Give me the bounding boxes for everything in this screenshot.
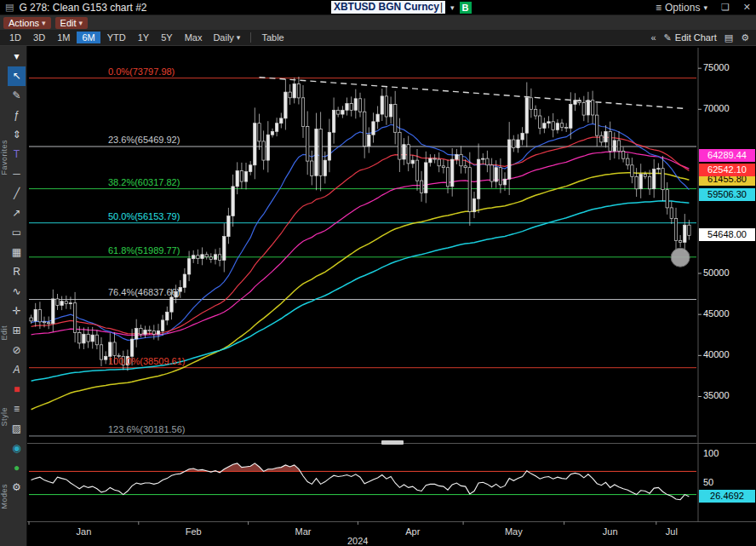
period-tab-5y[interactable]: 5Y [156, 32, 177, 43]
caret-down-icon: ▾ [237, 33, 241, 42]
caret-down-icon: ▾ [42, 17, 46, 29]
caret-down-icon: ▾ [703, 3, 707, 12]
globe-tool-icon[interactable]: ◉ [8, 439, 26, 458]
fibonacci-tool-icon[interactable]: ƒ [8, 106, 26, 125]
edit-chart-button[interactable]: ✎ Edit Chart [664, 32, 717, 43]
arrow-tool-icon[interactable]: ↗ [8, 204, 26, 223]
page-title: G 278: Clean G153 chart #2 [19, 2, 146, 14]
freehand-tool-icon[interactable]: ∿ [8, 282, 26, 302]
table-label: Table [261, 32, 284, 43]
caret-down-icon: ▾ [79, 17, 83, 29]
theme-color-icon[interactable]: ● [8, 458, 26, 478]
sidebar-section-label: Favorites [0, 140, 9, 175]
chart-toolbar: 1D3D1M6MYTD1Y5YMax Daily ▾ Table « ✎ Edi… [0, 30, 756, 46]
period-tab-1m[interactable]: 1M [52, 32, 75, 43]
period-tab-ytd[interactable]: YTD [102, 32, 131, 43]
settings-gear-icon[interactable]: ⚙ [8, 478, 26, 497]
eraser-tool-icon[interactable]: ⊘ [8, 341, 26, 360]
window-icon: ▤ [5, 2, 14, 13]
title-bar: ▤ G 278: Clean G153 chart #2 XBTUSD BGN … [0, 0, 756, 15]
security-input[interactable]: XBTUSD BGN Curncy | [331, 1, 445, 14]
popout-icon[interactable]: ❏ [721, 2, 730, 13]
price-chart[interactable] [0, 0, 756, 546]
options-label: Options [665, 2, 700, 14]
trendline-tool-icon[interactable]: ╱ [8, 184, 26, 204]
period-tab-max[interactable]: Max [180, 32, 208, 43]
range-tool-icon[interactable]: ⇕ [8, 125, 26, 145]
sidebar-section-label: Edit [0, 325, 9, 341]
frequency-label: Daily [213, 32, 233, 43]
hatch-tool-icon[interactable]: ▨ [8, 419, 26, 439]
gear-icon[interactable]: ⚙ [741, 32, 749, 43]
period-tab-3d[interactable]: 3D [28, 32, 50, 43]
menu-icon: ≡ [656, 2, 662, 14]
period-tabs: 1D3D1M6MYTD1Y5YMax [3, 32, 208, 43]
security-text: XBTUSD BGN Curncy [334, 1, 439, 14]
table-button[interactable]: Table [256, 32, 289, 43]
grid-tool-icon[interactable]: ▦ [8, 243, 26, 262]
close-icon[interactable]: ✕ [743, 2, 751, 13]
text-format-tool-icon[interactable]: A [8, 360, 26, 380]
collapse-panel-icon[interactable]: « [650, 32, 656, 43]
actions-label: Actions [9, 17, 39, 29]
channel-tool-icon[interactable]: ▭ [8, 223, 26, 243]
toolbar-right: « ✎ Edit Chart ▤ ⚙ [650, 32, 753, 43]
annotation-marker[interactable] [671, 248, 690, 267]
options-button[interactable]: ≡ Options ▾ [656, 2, 707, 14]
tool-buttons: ▾↖✎ƒ⇕T─╱↗▭▦R∿✛⊞⊘A■≡▨◉●⚙ [8, 47, 26, 497]
edit-label: Edit [60, 17, 77, 29]
drawing-tools-sidebar: ▾↖✎ƒ⇕T─╱↗▭▦R∿✛⊞⊘A■≡▨◉●⚙ FavoritesEditSty… [0, 46, 27, 546]
sidebar-section-label: Modes [0, 484, 9, 509]
actions-menu-button[interactable]: Actions ▾ [3, 17, 51, 29]
chart-settings-icon[interactable]: ▤ [724, 32, 733, 43]
panel-splitter-handle[interactable] [381, 440, 404, 445]
pencil-icon: ✎ [664, 32, 672, 43]
period-tab-1y[interactable]: 1Y [133, 32, 154, 43]
toolbar-separator [250, 32, 251, 43]
text-cursor: | [440, 1, 443, 14]
select-cursor-icon[interactable]: ↖ [8, 66, 26, 86]
menu-bar: Actions ▾ Edit ▾ [0, 15, 756, 30]
text-tool-icon[interactable]: T [8, 145, 26, 164]
sidebar-section-label: Style [0, 407, 9, 427]
regression-tool-icon[interactable]: R [8, 262, 26, 282]
line-style-tool-icon[interactable]: ≡ [8, 399, 26, 419]
security-dropdown-icon[interactable]: ▾ [450, 3, 455, 12]
period-tab-1d[interactable]: 1D [4, 32, 26, 43]
annotate-pencil-icon[interactable]: ✎ [8, 86, 26, 106]
horizontal-line-tool-icon[interactable]: ─ [8, 164, 26, 184]
callout-tool-icon[interactable]: ⊞ [8, 321, 26, 341]
color-swatch-icon[interactable]: ■ [8, 380, 26, 399]
frequency-select[interactable]: Daily ▾ [208, 32, 245, 43]
move-tool-icon[interactable]: ✛ [8, 302, 26, 321]
edit-chart-label: Edit Chart [675, 32, 717, 43]
edit-menu-button[interactable]: Edit ▾ [55, 17, 89, 29]
source-badge: B [460, 2, 472, 14]
sidebar-scroll-up-icon[interactable]: ▾ [8, 47, 26, 66]
period-tab-6m[interactable]: 6M [77, 32, 100, 43]
